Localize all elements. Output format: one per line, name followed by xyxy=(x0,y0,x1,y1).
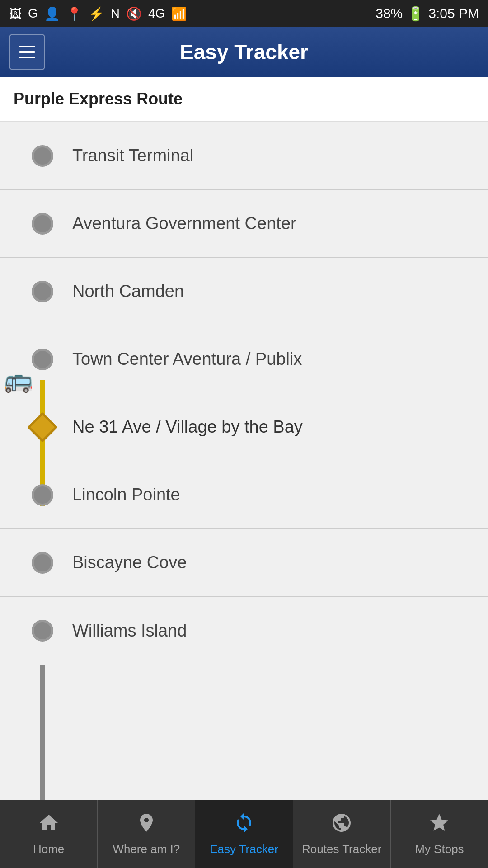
battery-percent: 38% xyxy=(375,6,403,21)
lte-icon: 4G xyxy=(148,6,165,21)
globe-icon xyxy=(331,812,352,839)
stop-dot xyxy=(32,349,53,370)
stop-name: Aventura Government Center xyxy=(72,214,474,233)
stop-item[interactable]: Lincoln Pointe xyxy=(0,461,488,529)
stop-dot-current xyxy=(27,412,58,443)
stop-dot xyxy=(32,281,53,302)
stop-item[interactable]: Williams Island xyxy=(0,597,488,665)
nav-home[interactable]: Home xyxy=(0,800,98,868)
app-bar: Easy Tracker xyxy=(0,27,488,77)
stops-container: 🚌 Transit Terminal Aventura Government C… xyxy=(0,122,488,800)
stop-name-current: Ne 31 Ave / Village by the Bay xyxy=(72,417,474,437)
bluetooth-icon: ⚡ xyxy=(89,6,104,21)
nav-easytracker-label: Easy Tracker xyxy=(210,842,278,856)
stop-name: Lincoln Pointe xyxy=(72,485,474,505)
stop-item-current[interactable]: Ne 31 Ave / Village by the Bay xyxy=(0,393,488,461)
home-icon xyxy=(38,812,60,839)
person-icon: 👤 xyxy=(44,6,60,21)
route-title: Purple Express Route xyxy=(14,90,474,108)
stop-name: North Camden xyxy=(72,282,474,301)
stop-name: Transit Terminal xyxy=(72,146,474,165)
stop-item[interactable]: North Camden xyxy=(0,258,488,326)
stop-item[interactable]: Town Center Aventura / Publix xyxy=(0,326,488,393)
photo-icon: 🖼 xyxy=(9,6,22,21)
app-title: Easy Tracker xyxy=(45,40,443,64)
route-header: Purple Express Route xyxy=(0,77,488,122)
nav-home-label: Home xyxy=(33,842,64,856)
stop-name: Williams Island xyxy=(72,621,474,641)
stop-dot xyxy=(32,213,53,235)
bus-icon: 🚌 xyxy=(4,366,33,394)
nav-mystops-label: My Stops xyxy=(415,842,464,856)
status-right: 38% 🔋 3:05 PM xyxy=(375,6,479,22)
mute-icon: 🔇 xyxy=(126,6,142,21)
refresh-icon xyxy=(233,812,255,839)
nav-easytracker[interactable]: Easy Tracker xyxy=(195,800,293,868)
stop-name: Town Center Aventura / Publix xyxy=(72,349,474,369)
signal-icon: 📶 xyxy=(171,6,187,21)
location-pin-icon xyxy=(136,812,157,839)
stops-list: Transit Terminal Aventura Government Cen… xyxy=(0,122,488,665)
clock: 3:05 PM xyxy=(428,6,479,21)
stop-item[interactable]: Aventura Government Center xyxy=(0,190,488,258)
menu-button[interactable] xyxy=(9,34,45,70)
bottom-nav: Home Where am I? Easy Tracker Routes Tra… xyxy=(0,800,488,868)
status-icons: 🖼 G 👤 📍 ⚡ N 🔇 4G 📶 xyxy=(9,6,187,21)
nav-whereami-label: Where am I? xyxy=(113,842,180,856)
nav-routestracker[interactable]: Routes Tracker xyxy=(293,800,391,868)
g-icon: G xyxy=(28,6,38,21)
stop-dot xyxy=(32,620,53,642)
nav-mystops[interactable]: My Stops xyxy=(391,800,488,868)
stop-dot xyxy=(32,145,53,167)
battery-icon: 🔋 xyxy=(407,6,424,22)
stop-item[interactable]: Biscayne Cove xyxy=(0,529,488,597)
hamburger-icon xyxy=(19,46,35,58)
stop-dot xyxy=(32,552,53,574)
stop-name: Biscayne Cove xyxy=(72,553,474,572)
stop-dot xyxy=(32,484,53,506)
nav-routestracker-label: Routes Tracker xyxy=(302,842,381,856)
status-bar: 🖼 G 👤 📍 ⚡ N 🔇 4G 📶 38% 🔋 3:05 PM xyxy=(0,0,488,27)
location-icon: 📍 xyxy=(66,6,82,21)
nfc-icon: N xyxy=(111,6,120,21)
stop-item[interactable]: Transit Terminal xyxy=(0,122,488,190)
nav-whereami[interactable]: Where am I? xyxy=(98,800,195,868)
star-icon xyxy=(428,812,450,839)
